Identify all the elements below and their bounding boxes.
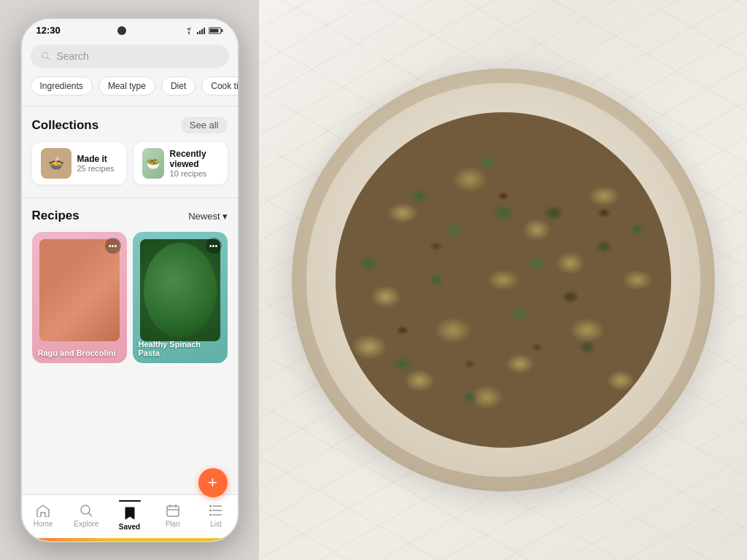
chip-ingredients[interactable]: Ingredients <box>31 77 93 96</box>
recipe-card-ragu[interactable]: ••• Ragu and Broccolini <box>32 232 127 363</box>
recipes-section-header: Recipes Newest ▾ <box>22 206 238 226</box>
recipe-card-food-image-2 <box>140 239 220 341</box>
svg-rect-6 <box>221 29 222 32</box>
status-icons <box>184 27 223 34</box>
filter-chips-row: Ingredients Meal type Diet Cook ti... <box>22 74 238 98</box>
collection-thumb-made-it: 🍲 <box>41 148 71 179</box>
divider-2 <box>22 198 238 198</box>
chevron-down-icon: ▾ <box>222 211 228 222</box>
svg-rect-2 <box>199 31 201 34</box>
collections-section-header: Collections See all <box>22 114 238 136</box>
explore-icon <box>78 502 94 518</box>
collection-thumb-icon-recently-viewed: 🥗 <box>146 157 160 171</box>
nav-label-plan: Plan <box>166 520 180 528</box>
camera-notch <box>117 26 126 35</box>
svg-point-0 <box>188 33 190 34</box>
food-photo-section <box>259 0 747 560</box>
svg-point-8 <box>42 52 47 58</box>
sort-button[interactable]: Newest ▾ <box>188 211 227 222</box>
home-icon <box>35 502 51 518</box>
sauce-layer <box>336 112 671 448</box>
nav-item-plan[interactable]: Plan <box>151 502 194 528</box>
status-time: 12:30 <box>36 25 61 36</box>
svg-point-21 <box>209 514 212 516</box>
collection-info-recently-viewed: Recently viewed 10 recipes <box>170 149 219 178</box>
plan-icon <box>165 502 181 518</box>
search-icon <box>41 51 51 61</box>
recipe-card-spinach[interactable]: ••• Healthy Spinach Pasta <box>133 232 228 363</box>
svg-point-10 <box>81 505 90 514</box>
collection-thumb-made-it-bg: 🍲 <box>41 148 71 179</box>
bottom-navigation: Home Explore <box>22 494 238 538</box>
recipe-more-options-1[interactable]: ••• <box>105 238 121 254</box>
battery-icon <box>209 27 223 34</box>
recipe-card-bg-2: ••• Healthy Spinach Pasta <box>133 232 228 363</box>
pasta-food-content <box>336 112 671 448</box>
recipe-cards-row: ••• Ragu and Broccolini ••• Healthy Spin… <box>22 232 238 494</box>
collections-title: Collections <box>32 118 99 133</box>
collection-card-recently-viewed[interactable]: 🥗 Recently viewed 10 recipes <box>133 142 228 184</box>
see-all-button[interactable]: See all <box>181 117 228 133</box>
svg-line-11 <box>89 513 93 517</box>
nav-label-saved: Saved <box>119 523 140 531</box>
collection-thumb-recently-viewed-bg: 🥗 <box>142 148 164 179</box>
spinach-image <box>140 239 220 341</box>
nav-item-saved[interactable]: Saved <box>108 500 151 531</box>
svg-line-9 <box>47 58 50 61</box>
nav-label-home: Home <box>34 520 53 528</box>
phone-screen-content: Search Ingredients Meal type Diet Cook t… <box>22 39 238 541</box>
phone-container: 12:30 <box>0 0 259 560</box>
recipe-label-2: Healthy Spinach Pasta <box>139 340 222 357</box>
add-recipe-fab[interactable]: + <box>198 468 228 497</box>
collection-label-recently-viewed: Recently viewed <box>170 149 219 169</box>
divider-1 <box>22 106 238 106</box>
status-bar: 12:30 <box>22 19 238 39</box>
collection-card-made-it[interactable]: 🍲 Made it 25 recipes <box>32 142 126 184</box>
chip-meal-type[interactable]: Meal type <box>98 77 155 96</box>
svg-rect-4 <box>204 28 205 34</box>
recipe-more-options-2[interactable]: ••• <box>206 238 222 254</box>
ragu-image <box>39 239 120 341</box>
nav-item-list[interactable]: List <box>194 502 237 528</box>
nav-item-home[interactable]: Home <box>22 502 65 528</box>
svg-point-20 <box>209 510 212 512</box>
list-icon <box>208 502 224 518</box>
recipe-card-food-image-1 <box>39 239 120 341</box>
recipe-label-1: Ragu and Broccolini <box>38 349 121 357</box>
nav-label-explore: Explore <box>74 520 98 528</box>
chip-diet[interactable]: Diet <box>161 77 196 96</box>
collection-thumb-recently-viewed: 🥗 <box>142 148 164 179</box>
svg-rect-1 <box>197 32 198 34</box>
collection-thumb-icon-made-it: 🍲 <box>48 155 64 171</box>
spinach-inner <box>144 243 217 338</box>
svg-rect-12 <box>167 506 179 516</box>
phone-frame: 12:30 <box>20 18 239 542</box>
svg-rect-7 <box>209 28 218 32</box>
plate-rim <box>306 83 700 477</box>
svg-point-19 <box>209 505 212 508</box>
nav-label-list: List <box>210 520 222 528</box>
collection-count-recently-viewed: 10 recipes <box>170 169 219 178</box>
wifi-icon <box>184 27 194 34</box>
active-indicator-saved <box>119 500 141 502</box>
recipes-title: Recipes <box>32 209 80 223</box>
collection-info-made-it: Made it 25 recipes <box>77 154 115 173</box>
nav-item-explore[interactable]: Explore <box>65 502 108 528</box>
search-bar[interactable]: Search <box>31 44 229 68</box>
pasta-plate <box>292 69 715 491</box>
chip-cook-time[interactable]: Cook ti... <box>201 77 237 96</box>
signal-icon <box>197 27 206 34</box>
collections-row: 🍲 Made it 25 recipes 🥗 R <box>22 142 238 184</box>
collection-count-made-it: 25 recipes <box>77 164 115 173</box>
phone-bottom-indicator <box>22 538 238 541</box>
saved-icon <box>122 505 138 521</box>
collection-label-made-it: Made it <box>77 154 115 164</box>
svg-rect-3 <box>201 29 203 34</box>
recipe-card-bg-1: ••• Ragu and Broccolini <box>32 232 127 363</box>
search-placeholder-text: Search <box>57 50 89 62</box>
